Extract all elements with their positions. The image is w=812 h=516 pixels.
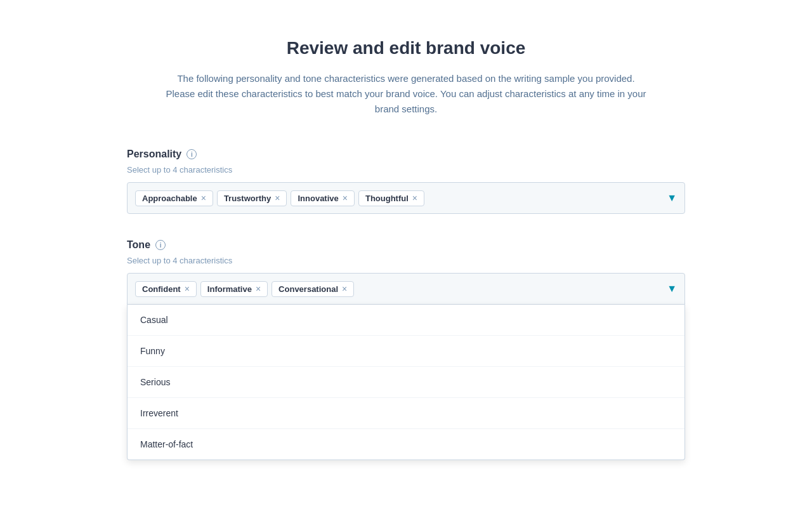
- dropdown-item-matter-of-fact[interactable]: Matter-of-fact: [128, 429, 684, 460]
- tag-approachable: Approachable ×: [135, 190, 213, 206]
- personality-chevron-icon: ▼: [667, 192, 677, 204]
- tag-innovative: Innovative ×: [291, 190, 354, 206]
- tag-trustworthy-remove[interactable]: ×: [275, 194, 280, 202]
- personality-tags-container: Approachable × Trustworthy × Innovative …: [135, 190, 662, 206]
- page-title: Review and edit brand voice: [127, 38, 685, 58]
- tone-chevron-icon: ▼: [667, 283, 677, 294]
- dropdown-item-casual[interactable]: Casual: [128, 305, 684, 336]
- tag-thoughtful: Thoughtful ×: [358, 190, 424, 206]
- tone-info-icon[interactable]: i: [155, 240, 166, 250]
- tone-title: Tone: [127, 239, 150, 251]
- tone-multiselect[interactable]: Confident × Informative × Conversational…: [127, 273, 685, 305]
- tag-thoughtful-remove[interactable]: ×: [412, 194, 417, 202]
- tone-header: Tone i: [127, 239, 685, 251]
- tag-conversational-label: Conversational: [278, 284, 338, 294]
- tag-conversational-remove[interactable]: ×: [342, 284, 347, 293]
- dropdown-item-irreverent[interactable]: Irreverent: [128, 398, 684, 429]
- tag-approachable-remove[interactable]: ×: [201, 194, 206, 202]
- tone-tags-container: Confident × Informative × Conversational…: [135, 281, 662, 297]
- tag-informative-label: Informative: [207, 284, 252, 294]
- tag-innovative-label: Innovative: [298, 194, 338, 203]
- tag-confident-remove[interactable]: ×: [185, 284, 190, 293]
- tone-dropdown-list: Casual Funny Serious Irreverent Matter-o…: [127, 305, 685, 460]
- tag-confident: Confident ×: [135, 281, 197, 297]
- tag-informative: Informative ×: [200, 281, 268, 297]
- personality-info-icon[interactable]: i: [187, 149, 197, 159]
- personality-subtitle: Select up to 4 characteristics: [127, 165, 685, 175]
- tag-approachable-label: Approachable: [142, 194, 197, 203]
- tag-confident-label: Confident: [142, 284, 181, 294]
- tag-informative-remove[interactable]: ×: [256, 284, 261, 293]
- personality-title: Personality: [127, 149, 181, 160]
- personality-section: Personality i Select up to 4 characteris…: [127, 149, 685, 214]
- dropdown-item-funny[interactable]: Funny: [128, 336, 684, 367]
- tag-innovative-remove[interactable]: ×: [343, 194, 348, 202]
- personality-multiselect[interactable]: Approachable × Trustworthy × Innovative …: [127, 182, 685, 214]
- tag-thoughtful-label: Thoughtful: [365, 194, 409, 203]
- dropdown-item-serious[interactable]: Serious: [128, 367, 684, 398]
- personality-header: Personality i: [127, 149, 685, 160]
- tone-section: Tone i Select up to 4 characteristics Co…: [127, 239, 685, 460]
- tag-trustworthy-label: Trustworthy: [224, 194, 271, 203]
- page-description: The following personality and tone chara…: [165, 71, 647, 117]
- tag-trustworthy: Trustworthy ×: [217, 190, 287, 206]
- tone-subtitle: Select up to 4 characteristics: [127, 256, 685, 265]
- page-container: Review and edit brand voice The followin…: [102, 0, 710, 516]
- tag-conversational: Conversational ×: [272, 281, 354, 297]
